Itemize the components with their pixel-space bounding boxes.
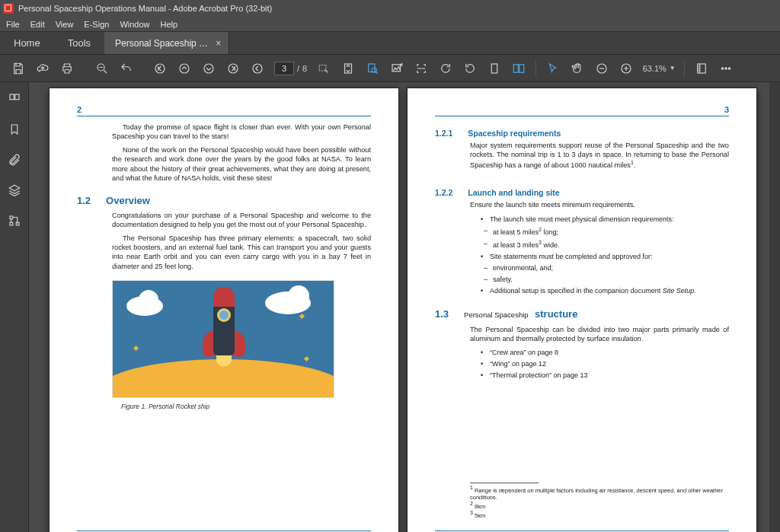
menu-bar: File Edit View E-Sign Window Help — [0, 17, 780, 32]
undo-icon[interactable] — [116, 58, 137, 79]
toolbar-separator — [684, 60, 685, 77]
menu-help[interactable]: Help — [161, 20, 178, 29]
body-text: Ensure the launch site meets minimum req… — [470, 200, 729, 209]
section-title: Personal Spaceship structure — [464, 307, 577, 320]
pdf-page-left: 2 Today the promise of space flight is c… — [50, 88, 398, 532]
zoom-level[interactable]: 63.1% ▼ — [640, 64, 678, 73]
tab-document-label: Personal Spaceship … — [115, 38, 208, 49]
export-image-icon[interactable] — [386, 58, 408, 79]
svg-point-17 — [721, 67, 723, 68]
close-tab-icon[interactable]: × — [216, 38, 221, 49]
body-text: None of the work on the Personal Spacesh… — [112, 145, 371, 183]
layers-icon[interactable] — [5, 181, 24, 199]
list-item: environmental, and; — [484, 263, 729, 273]
rotate-ccw-icon[interactable] — [459, 58, 481, 79]
list-item: “Crew area” on page 8 — [481, 348, 729, 358]
menu-file[interactable]: File — [6, 20, 20, 29]
page-down-icon[interactable] — [198, 58, 219, 79]
selection-tool-icon[interactable] — [542, 58, 564, 79]
two-page-icon[interactable] — [508, 58, 529, 79]
menu-window[interactable]: Window — [120, 20, 149, 29]
chevron-down-icon: ▼ — [670, 65, 676, 72]
section-number: 1.2 — [77, 195, 91, 206]
svg-point-5 — [253, 64, 262, 73]
tab-bar: Home Tools Personal Spaceship … × — [0, 32, 780, 55]
hand-tool-icon[interactable] — [567, 58, 588, 79]
zoom-value: 63.1% — [643, 64, 667, 73]
section-title: Launch and landing site — [468, 188, 559, 197]
bullet-list: Additional setup is specified in the com… — [481, 286, 729, 296]
menu-esign[interactable]: E-Sign — [84, 20, 109, 29]
thumbnails-icon[interactable] — [5, 90, 24, 108]
list-item: “Wing” on page 12 — [481, 359, 729, 369]
attachment-icon[interactable] — [5, 151, 24, 169]
list-item: at least 3 miles3 wide. — [484, 239, 729, 250]
page-viewer[interactable]: 2 Today the promise of space flight is c… — [29, 82, 769, 532]
toolbar: / 8 63.1% ▼ — [0, 55, 780, 82]
bullet-list: The launch site must meet physical dimen… — [481, 215, 729, 225]
list-item: Additional setup is specified in the com… — [481, 286, 729, 296]
right-tool-pane-collapsed[interactable] — [769, 82, 780, 532]
list-item: “Thermal protection” on page 13 — [481, 371, 729, 381]
tab-tools[interactable]: Tools — [54, 32, 104, 54]
section-title: Spaceship requirements — [468, 129, 561, 138]
page-total: 8 — [302, 64, 307, 73]
sub-bullet-list: environmental, and; safety. — [484, 263, 729, 285]
list-item: at least 5 miles2 long; — [484, 226, 729, 237]
tab-document[interactable]: Personal Spaceship … × — [104, 32, 229, 54]
prev-view-icon[interactable] — [247, 58, 268, 79]
page-sep: / — [297, 64, 299, 73]
last-page-icon[interactable] — [222, 58, 244, 79]
rocket-icon — [203, 287, 245, 378]
sub-bullet-list: at least 5 miles2 long; at least 3 miles… — [484, 226, 729, 250]
zoom-out-icon[interactable] — [591, 58, 612, 79]
svg-rect-22 — [10, 216, 13, 219]
page-number-input[interactable] — [274, 62, 294, 75]
zoom-in-icon[interactable] — [615, 58, 637, 79]
nav-sidebar — [0, 82, 29, 532]
tab-home[interactable]: Home — [0, 32, 54, 54]
rotate-cw-icon[interactable] — [435, 58, 456, 79]
section-number: 1.2.1 — [435, 129, 452, 138]
page-up-icon[interactable] — [174, 58, 195, 79]
cloud-icon[interactable] — [32, 58, 53, 79]
svg-rect-11 — [491, 64, 497, 73]
zoom-out-magnifier-icon[interactable] — [91, 58, 113, 79]
fit-page-icon[interactable] — [337, 58, 359, 79]
body-text: The Personal Spaceship has three primary… — [112, 234, 371, 271]
section-title: Overview — [106, 195, 150, 206]
section-number: 1.2.2 — [435, 188, 452, 197]
model-tree-icon[interactable] — [5, 212, 24, 230]
bookmark-icon[interactable] — [5, 120, 24, 139]
page-indicator: / 8 — [274, 62, 307, 75]
save-icon[interactable] — [8, 58, 29, 79]
pdf-page-right: 3 1.2.1 Spaceship requirements Major sys… — [408, 88, 756, 532]
svg-rect-20 — [10, 94, 14, 100]
svg-point-4 — [229, 64, 238, 73]
read-mode-icon[interactable] — [691, 58, 712, 79]
footnotes: 1 Range is dependent on multiple factors… — [470, 483, 729, 519]
bullet-list: “Crew area” on page 8 “Wing” on page 12 … — [481, 348, 729, 381]
scan-icon[interactable] — [411, 58, 432, 79]
pdf-icon — [3, 3, 14, 14]
find-icon[interactable] — [362, 58, 383, 79]
list-item: Site statements must be completed and ap… — [481, 252, 729, 262]
list-item: safety. — [484, 275, 729, 285]
more-tools-icon[interactable] — [715, 58, 737, 79]
window-titlebar: Personal Spaceship Operations Manual - A… — [0, 0, 780, 17]
section-heading: 1.2 Overview — [77, 195, 371, 206]
body-text: Today the promise of space flight is clo… — [112, 123, 371, 141]
toolbar-separator — [535, 60, 536, 77]
menu-view[interactable]: View — [56, 20, 74, 29]
list-item: The launch site must meet physical dimen… — [481, 215, 729, 225]
svg-point-1 — [155, 64, 165, 73]
menu-edit[interactable]: Edit — [30, 20, 45, 29]
bullet-list: Site statements must be completed and ap… — [481, 252, 729, 262]
single-page-icon[interactable] — [484, 58, 505, 79]
svg-point-2 — [180, 64, 189, 73]
print-icon[interactable] — [56, 58, 78, 79]
first-page-icon[interactable] — [149, 58, 171, 79]
zoom-marquee-icon[interactable] — [313, 58, 334, 79]
body-text: Congratulations on your purchase of a Pe… — [112, 211, 371, 229]
content-area: ▶ 2 Today the promise of space flight is… — [0, 82, 780, 532]
